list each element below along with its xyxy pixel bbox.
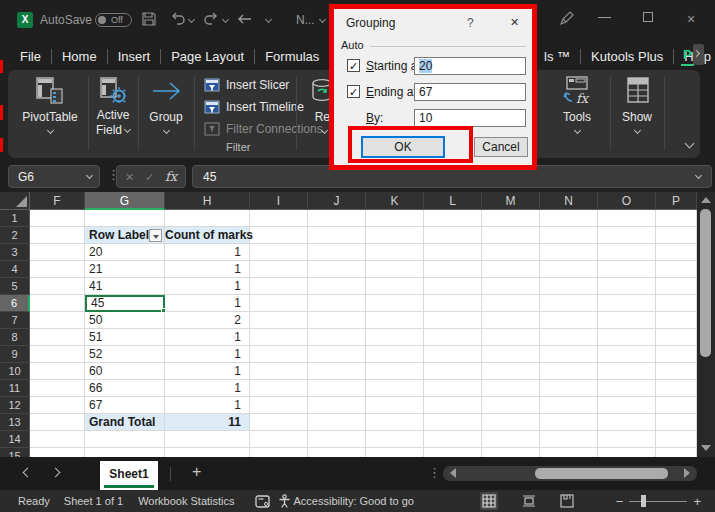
row-header-5[interactable]: 5	[0, 278, 30, 295]
scroll-left-button[interactable]	[450, 468, 456, 478]
cell-empty[interactable]	[656, 295, 697, 312]
cell-empty[interactable]	[85, 448, 165, 457]
cell-empty[interactable]	[366, 363, 424, 380]
dialog-help-icon[interactable]: ?	[467, 16, 474, 30]
scroll-down-button[interactable]	[701, 445, 711, 451]
cell-h5[interactable]: 1	[165, 278, 250, 295]
cell-empty[interactable]	[308, 380, 366, 397]
cell-empty[interactable]	[250, 227, 308, 244]
cell-empty[interactable]	[366, 261, 424, 278]
column-header-f[interactable]: F	[30, 192, 85, 210]
tab-kutools-plus[interactable]: Kutools Plus	[581, 49, 673, 64]
cell-empty[interactable]	[30, 397, 85, 414]
cell-empty[interactable]	[165, 431, 250, 448]
formula-bar-expand-icon[interactable]	[695, 172, 702, 179]
sheet-nav-left-icon[interactable]	[23, 468, 33, 478]
cell-empty[interactable]	[482, 448, 540, 457]
cell-empty[interactable]	[366, 414, 424, 431]
cell-empty[interactable]	[482, 431, 540, 448]
fill-handle[interactable]	[161, 308, 166, 313]
insert-slicer-button[interactable]: Insert Slicer	[204, 78, 289, 92]
row-header-8[interactable]: 8	[0, 329, 30, 346]
show-button[interactable]: Show	[614, 72, 660, 154]
close-button[interactable]: ×	[687, 11, 695, 27]
cell-g3[interactable]: 20	[85, 244, 165, 261]
cell-g10[interactable]: 60	[85, 363, 165, 380]
cell-empty[interactable]	[540, 227, 598, 244]
cell-empty[interactable]	[598, 227, 656, 244]
cell-empty[interactable]	[366, 295, 424, 312]
tab-home[interactable]: Home	[52, 49, 107, 64]
cell-empty[interactable]	[308, 397, 366, 414]
cell-empty[interactable]	[250, 244, 308, 261]
cell-empty[interactable]	[656, 397, 697, 414]
row-header-3[interactable]: 3	[0, 244, 30, 261]
cell-empty[interactable]	[308, 227, 366, 244]
tab-insert[interactable]: Insert	[108, 49, 161, 64]
cell-empty[interactable]	[308, 414, 366, 431]
cell-empty[interactable]	[250, 312, 308, 329]
cell-empty[interactable]	[366, 431, 424, 448]
zoom-out-button[interactable]: −	[616, 494, 624, 509]
tab-file[interactable]: File	[10, 49, 51, 64]
cell-h3[interactable]: 1	[165, 244, 250, 261]
ending-at-input[interactable]: 67	[414, 83, 526, 101]
cell-g11[interactable]: 66	[85, 380, 165, 397]
cell-empty[interactable]	[540, 329, 598, 346]
cell-empty[interactable]	[598, 329, 656, 346]
row-header-10[interactable]: 10	[0, 363, 30, 380]
cell-h13[interactable]: 11	[165, 414, 250, 431]
cell-empty[interactable]	[482, 227, 540, 244]
cell-empty[interactable]	[30, 278, 85, 295]
toolbar-overflow-icon[interactable]	[265, 16, 272, 23]
by-input[interactable]: 10	[414, 109, 526, 127]
cell-empty[interactable]	[656, 414, 697, 431]
cell-empty[interactable]	[250, 363, 308, 380]
row-labels-filter-dropdown[interactable]	[149, 229, 162, 242]
cell-empty[interactable]	[482, 329, 540, 346]
cell-empty[interactable]	[424, 414, 482, 431]
name-box[interactable]: G6	[8, 165, 100, 188]
cell-empty[interactable]	[30, 380, 85, 397]
cell-empty[interactable]	[85, 431, 165, 448]
sheet-tab-active[interactable]: Sheet1	[100, 461, 158, 490]
cell-empty[interactable]	[308, 363, 366, 380]
column-header-m[interactable]: M	[482, 192, 540, 210]
cell-empty[interactable]	[30, 363, 85, 380]
cell-empty[interactable]	[308, 244, 366, 261]
cell-empty[interactable]	[598, 397, 656, 414]
ending-at-checkbox[interactable]: ✓	[347, 85, 360, 98]
undo-dropdown-icon[interactable]	[188, 16, 195, 23]
cell-g5[interactable]: 41	[85, 278, 165, 295]
name-box-dropdown-icon[interactable]	[86, 172, 93, 179]
cell-h2[interactable]: Count of marks	[165, 227, 250, 244]
cell-empty[interactable]	[30, 227, 85, 244]
cell-empty[interactable]	[308, 346, 366, 363]
vertical-scroll-thumb[interactable]	[700, 209, 711, 357]
ok-button[interactable]: OK	[361, 136, 445, 158]
cell-empty[interactable]	[250, 329, 308, 346]
back-arrow-icon[interactable]	[237, 12, 252, 26]
group-button[interactable]: Group	[142, 72, 190, 154]
row-header-13[interactable]: 13	[0, 414, 30, 431]
cell-empty[interactable]	[250, 261, 308, 278]
cell-empty[interactable]	[424, 363, 482, 380]
cell-g12[interactable]: 67	[85, 397, 165, 414]
scroll-up-button[interactable]	[701, 197, 711, 203]
cell-empty[interactable]	[656, 210, 697, 227]
tab-active-partial[interactable]: P	[681, 47, 694, 66]
cell-empty[interactable]	[30, 329, 85, 346]
cell-empty[interactable]	[308, 278, 366, 295]
cell-empty[interactable]	[30, 346, 85, 363]
cell-empty[interactable]	[424, 227, 482, 244]
row-header-4[interactable]: 4	[0, 261, 30, 278]
cell-empty[interactable]	[366, 380, 424, 397]
cell-empty[interactable]	[250, 210, 308, 227]
cell-empty[interactable]	[482, 312, 540, 329]
cell-h11[interactable]: 1	[165, 380, 250, 397]
cell-h10[interactable]: 1	[165, 363, 250, 380]
vertical-scrollbar[interactable]	[697, 192, 715, 457]
view-normal-button[interactable]	[480, 492, 498, 510]
cell-empty[interactable]	[540, 363, 598, 380]
cell-empty[interactable]	[540, 210, 598, 227]
